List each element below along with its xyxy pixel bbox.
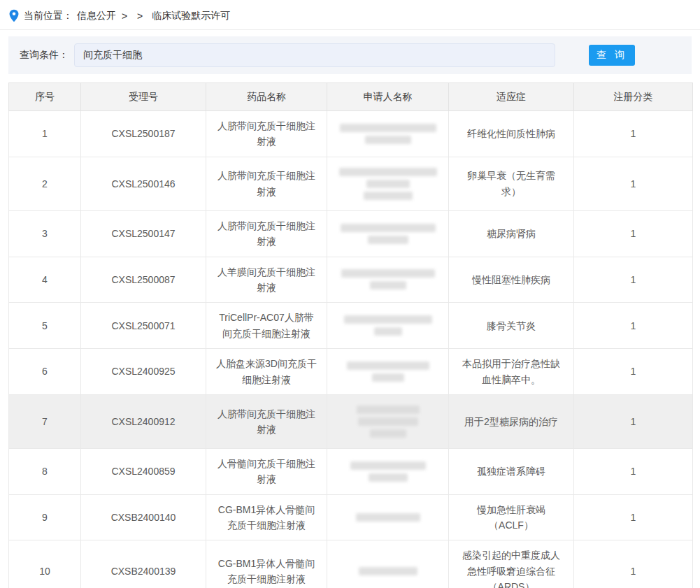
acceptance-no-cell: CXSL2500146: [81, 157, 206, 210]
table-row: 10CXSB2400139CG-BM1异体人骨髓间充质干细胞注射液感染引起的中重…: [9, 540, 693, 588]
table-body: 1CXSL2500187人脐带间充质干细胞注射液纤维化性间质性肺病12CXSL2…: [9, 111, 693, 588]
drug-name-cell: 人脐带间充质干细胞注射液: [206, 111, 327, 157]
acceptance-no-cell: CXSL2500147: [81, 210, 206, 257]
drug-name-cell: TriCellPr-AC07人脐带间充质干细胞注射液: [206, 303, 327, 349]
applicant-cell: [327, 540, 449, 588]
acceptance-no-cell: CXSL2500087: [81, 257, 206, 303]
registration-class-cell: 1: [574, 303, 693, 349]
seq-cell: 9: [9, 494, 81, 540]
drug-name-cell: 人脐带间充质干细胞注射液: [206, 157, 327, 210]
seq-cell: 6: [9, 349, 81, 395]
redacted-applicant-name: [372, 373, 404, 382]
column-header-4: 申请人名称: [327, 83, 449, 111]
search-button[interactable]: 查 询: [589, 45, 635, 66]
redacted-applicant-name: [364, 192, 413, 200]
redacted-applicant-name: [344, 315, 432, 324]
redacted-applicant-name: [369, 473, 408, 482]
redacted-applicant-name: [359, 567, 417, 575]
redacted-applicant-name: [339, 168, 437, 176]
redacted-applicant-name: [358, 417, 418, 426]
drug-name-cell: 人羊膜间充质干细胞注射液: [206, 257, 327, 303]
location-pin-icon: [8, 9, 20, 22]
drug-name-cell: 人骨髓间充质干细胞注射液: [206, 448, 327, 494]
redacted-applicant-name: [374, 327, 402, 336]
table-row: 3CXSL2500147人脐带间充质干细胞注射液糖尿病肾病1: [9, 210, 693, 257]
indication-cell: 卵巢早衰（无生育需求）: [449, 157, 574, 210]
breadcrumb-current: 临床试验默示许可: [152, 10, 230, 22]
indication-cell: 孤独症谱系障碍: [449, 448, 574, 494]
redacted-applicant-name: [370, 429, 406, 438]
applicant-cell: [327, 448, 449, 494]
indication-cell: 膝骨关节炎: [449, 303, 574, 349]
table-row: 4CXSL2500087人羊膜间充质干细胞注射液慢性阻塞性肺疾病1: [9, 257, 693, 303]
indication-cell: 糖尿病肾病: [449, 210, 574, 257]
breadcrumb-separator: > >: [122, 10, 146, 22]
redacted-applicant-name: [370, 281, 406, 289]
indication-cell: 用于2型糖尿病的治疗: [449, 394, 574, 448]
redacted-applicant-name: [357, 406, 420, 414]
applicant-cell: [327, 349, 449, 395]
seq-cell: 1: [9, 111, 81, 157]
breadcrumb-prefix: 当前位置：: [24, 10, 73, 22]
table-row: 1CXSL2500187人脐带间充质干细胞注射液纤维化性间质性肺病1: [9, 111, 693, 157]
column-header-6: 注册分类: [574, 83, 693, 111]
registration-class-cell: 1: [574, 210, 693, 257]
table-row: 2CXSL2500146人脐带间充质干细胞注射液卵巢早衰（无生育需求）1: [9, 157, 693, 210]
registration-class-cell: 1: [574, 349, 693, 395]
applicant-cell: [327, 394, 449, 448]
column-header-3: 药品名称: [206, 83, 327, 111]
acceptance-no-cell: CXSB2400140: [81, 494, 206, 540]
acceptance-no-cell: CXSL2500071: [81, 303, 206, 349]
column-header-2: 受理号: [81, 83, 206, 111]
drug-name-cell: 人脐带间充质干细胞注射液: [206, 394, 327, 448]
breadcrumb: 当前位置： 信息公开 > > 临床试验默示许可: [0, 0, 700, 30]
table-row: 9CXSB2400140CG-BM1异体人骨髓间充质干细胞注射液慢加急性肝衰竭（…: [9, 494, 693, 540]
column-header-5: 适应症: [449, 83, 574, 111]
redacted-applicant-name: [347, 361, 429, 370]
seq-cell: 3: [9, 210, 81, 257]
seq-cell: 8: [9, 448, 81, 494]
redacted-applicant-name: [340, 124, 436, 132]
breadcrumb-section[interactable]: 信息公开: [77, 10, 116, 22]
applicant-cell: [327, 257, 449, 303]
applicant-cell: [327, 111, 449, 157]
acceptance-no-cell: CXSL2500187: [81, 111, 206, 157]
seq-cell: 10: [9, 540, 81, 588]
registration-class-cell: 1: [574, 257, 693, 303]
applicant-cell: [327, 494, 449, 540]
seq-cell: 4: [9, 257, 81, 303]
search-bar: 查询条件： 查 询: [8, 36, 692, 74]
drug-name-cell: CG-BM1异体人骨髓间充质干细胞注射液: [206, 540, 327, 588]
seq-cell: 7: [9, 394, 81, 448]
registration-class-cell: 1: [574, 494, 693, 540]
table-row: 5CXSL2500071TriCellPr-AC07人脐带间充质干细胞注射液膝骨…: [9, 303, 693, 349]
registration-class-cell: 1: [574, 111, 693, 157]
redacted-applicant-name: [341, 269, 435, 278]
registration-class-cell: 1: [574, 448, 693, 494]
results-table: 序号受理号药品名称申请人名称适应症注册分类 1CXSL2500187人脐带间充质…: [8, 83, 693, 588]
registration-class-cell: 1: [574, 540, 693, 588]
indication-cell: 感染引起的中重度成人急性呼吸窘迫综合征（ARDS）: [449, 540, 574, 588]
redacted-applicant-name: [365, 136, 411, 144]
drug-name-cell: 人脐带间充质干细胞注射液: [206, 210, 327, 257]
indication-cell: 纤维化性间质性肺病: [449, 111, 574, 157]
redacted-applicant-name: [356, 513, 420, 522]
applicant-cell: [327, 303, 449, 349]
drug-name-cell: CG-BM1异体人骨髓间充质干细胞注射液: [206, 494, 327, 540]
indication-cell: 慢加急性肝衰竭（ACLF）: [449, 494, 574, 540]
table-row: 6CXSL2400925人胎盘来源3D间充质干细胞注射液本品拟用于治疗急性缺血性…: [9, 349, 693, 395]
search-input[interactable]: [74, 43, 555, 67]
registration-class-cell: 1: [574, 394, 693, 448]
seq-cell: 2: [9, 157, 81, 210]
indication-cell: 本品拟用于治疗急性缺血性脑卒中。: [449, 349, 574, 395]
table-header-row: 序号受理号药品名称申请人名称适应症注册分类: [9, 83, 693, 111]
acceptance-no-cell: CXSL2400925: [81, 349, 206, 395]
registration-class-cell: 1: [574, 157, 693, 210]
column-header-1: 序号: [9, 83, 81, 111]
acceptance-no-cell: CXSL2400859: [81, 448, 206, 494]
applicant-cell: [327, 210, 449, 257]
redacted-applicant-name: [368, 236, 408, 244]
clinical-trial-permit-page: 当前位置： 信息公开 > > 临床试验默示许可 查询条件： 查 询 序号受理号药…: [0, 0, 700, 588]
indication-cell: 慢性阻塞性肺疾病: [449, 257, 574, 303]
table-row: 8CXSL2400859人骨髓间充质干细胞注射液孤独症谱系障碍1: [9, 448, 693, 494]
